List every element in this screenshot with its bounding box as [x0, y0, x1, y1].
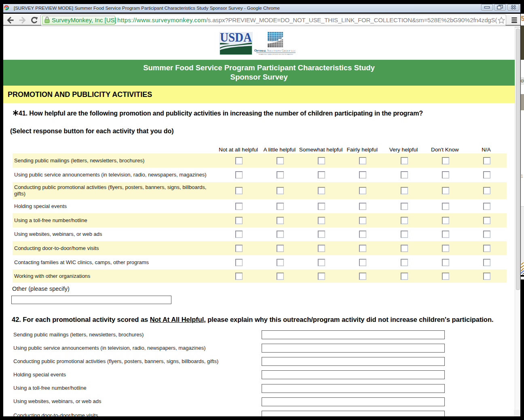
svg-text:USDA: USDA [220, 32, 252, 44]
